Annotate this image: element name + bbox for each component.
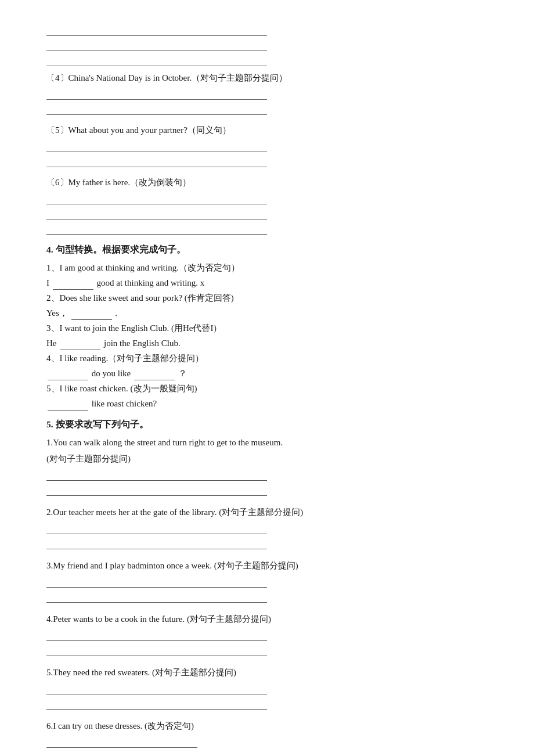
s4-item-1-answer: I good at thinking and writing. x bbox=[46, 276, 488, 290]
top-line-1 bbox=[46, 23, 267, 36]
q6-line-3 bbox=[46, 222, 267, 235]
s5-item-6-sentence: 6.I can try on these dresses. (改为否定句) bbox=[46, 719, 488, 733]
s5-item-3-sentence: 3.My friend and I play badminton once a … bbox=[46, 559, 488, 573]
q4-line-1 bbox=[46, 87, 267, 100]
s4-blank-3a bbox=[60, 341, 100, 350]
top-line-2 bbox=[46, 38, 267, 51]
s5-item-2: 2.Our teacher meets her at the gate of t… bbox=[46, 505, 488, 549]
q5-line-2 bbox=[46, 154, 267, 167]
s5-item-1-sentence: 1.You can walk along the street and turn… bbox=[46, 435, 488, 449]
s4-blank-5a bbox=[48, 401, 88, 411]
s5-item-2-lines bbox=[46, 521, 488, 549]
s4-blank-4a bbox=[48, 371, 88, 380]
s4-item-1-question: 1、I am good at thinking and writing.（改为否… bbox=[46, 261, 488, 275]
s5-2-line-2 bbox=[46, 537, 267, 549]
q6-line-1 bbox=[46, 192, 267, 204]
s4-item-4-question: 4、I like reading.（对句子主题部分提问） bbox=[46, 351, 488, 365]
s4-item-3-answer: He join the English Club. bbox=[46, 336, 488, 350]
q5-line-1 bbox=[46, 139, 267, 152]
s5-3-line-1 bbox=[46, 575, 267, 588]
s5-item-1-instruction: (对句子主题部分提问) bbox=[46, 452, 488, 466]
s5-1-line-1 bbox=[46, 468, 267, 481]
s5-item-5-sentence: 5.They need the red sweaters. (对句子主题部分提问… bbox=[46, 665, 488, 679]
section4-block: 4. 句型转换。根据要求完成句子。 1、I am good at thinkin… bbox=[46, 243, 488, 411]
top-line-3 bbox=[46, 53, 267, 66]
s5-item-1-lines bbox=[46, 468, 488, 496]
q5-answer-lines bbox=[46, 139, 488, 167]
q6-line-2 bbox=[46, 207, 267, 219]
s5-item-5-lines bbox=[46, 682, 488, 710]
section5-title: 5. 按要求改写下列句子。 bbox=[46, 417, 488, 432]
s5-item-6: 6.I can try on these dresses. (改为否定句) bbox=[46, 719, 488, 748]
section5-block: 5. 按要求改写下列句子。 1.You can walk along the s… bbox=[46, 417, 488, 756]
s5-item-1: 1.You can walk along the street and turn… bbox=[46, 435, 488, 496]
s5-item-6-lines bbox=[46, 735, 488, 748]
s5-4-line-2 bbox=[46, 643, 267, 656]
question-block-6: 〔6〕My father is here.（改为倒装句） bbox=[46, 175, 488, 235]
s5-6-line-1 bbox=[46, 735, 197, 748]
s4-item-5-answer: like roast chicken? bbox=[46, 397, 488, 411]
s4-item-4-answer: do you like ？ bbox=[46, 366, 488, 380]
s5-item-4-sentence: 4.Peter wants to be a cook in the future… bbox=[46, 612, 488, 626]
page-content: 〔4〕China's National Day is in October.（对… bbox=[46, 23, 488, 756]
s4-item-2-question: 2、Does she like sweet and sour pork? (作肯… bbox=[46, 291, 488, 305]
s5-5-line-2 bbox=[46, 697, 267, 710]
question-label-4: 〔4〕China's National Day is in October.（对… bbox=[46, 71, 488, 85]
s5-item-4-lines bbox=[46, 628, 488, 656]
section4-title: 4. 句型转换。根据要求完成句子。 bbox=[46, 243, 488, 257]
s5-4-line-1 bbox=[46, 628, 267, 641]
s5-item-2-sentence: 2.Our teacher meets her at the gate of t… bbox=[46, 505, 488, 519]
s5-1-line-2 bbox=[46, 483, 267, 496]
s4-blank-2a bbox=[71, 311, 112, 320]
s5-item-4: 4.Peter wants to be a cook in the future… bbox=[46, 612, 488, 656]
question-block-5: 〔5〕What about you and your partner?（同义句） bbox=[46, 123, 488, 167]
question-label-5: 〔5〕What about you and your partner?（同义句） bbox=[46, 123, 488, 137]
s5-5-line-1 bbox=[46, 682, 267, 694]
s5-item-3-lines bbox=[46, 575, 488, 603]
q6-answer-lines bbox=[46, 192, 488, 235]
s5-item-5: 5.They need the red sweaters. (对句子主题部分提问… bbox=[46, 665, 488, 710]
s4-blank-4b bbox=[134, 371, 175, 380]
s5-3-line-2 bbox=[46, 590, 267, 603]
s4-item-3-question: 3、I want to join the English Club. (用He代… bbox=[46, 321, 488, 335]
s5-item-3: 3.My friend and I play badminton once a … bbox=[46, 559, 488, 603]
question-block-4: 〔4〕China's National Day is in October.（对… bbox=[46, 71, 488, 115]
top-answer-lines bbox=[46, 23, 488, 66]
s4-item-2-answer: Yes， . bbox=[46, 306, 488, 320]
s5-2-line-1 bbox=[46, 521, 267, 534]
q4-line-2 bbox=[46, 102, 267, 115]
question-label-6: 〔6〕My father is here.（改为倒装句） bbox=[46, 175, 488, 189]
s4-item-5-question: 5、I like roast chicken. (改为一般疑问句) bbox=[46, 381, 488, 395]
s4-blank-1a bbox=[53, 280, 93, 290]
q4-answer-lines bbox=[46, 87, 488, 115]
